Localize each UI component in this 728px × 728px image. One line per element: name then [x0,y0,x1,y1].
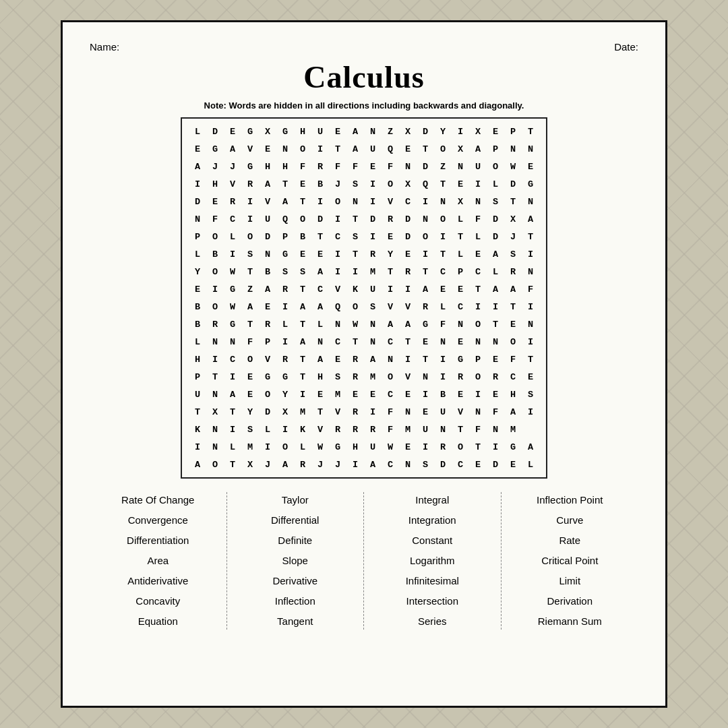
grid-cell: E [382,228,399,245]
grid-cell: T [294,280,311,298]
grid-cell: I [469,298,487,315]
grid-cell: T [504,193,522,210]
grid-cell: N [434,193,452,210]
grid-cell: E [399,438,417,456]
grid-cell: G [276,368,294,386]
grid-cell: M [364,263,382,280]
grid-cell: X [206,403,224,421]
grid-cell: O [346,298,364,315]
grid-cell: E [241,386,259,403]
grid-cell: T [224,403,241,421]
word-item: Integral [415,492,449,508]
grid-cell: G [241,158,259,175]
grid-cell: I [276,298,294,315]
grid-cell: F [434,315,452,333]
grid-cell: I [206,280,224,298]
grid-cell: N [434,421,452,438]
grid-cell: I [469,175,487,193]
grid-cell: I [189,175,206,193]
grid-cell: O [434,140,452,158]
grid-cell: I [364,228,382,245]
grid-cell: I [276,333,294,351]
grid-cell: O [417,228,434,245]
grid-cell: U [364,280,382,298]
grid-cell: A [276,456,294,473]
grid-cell: D [399,228,417,245]
grid-cell: O [294,210,311,228]
note-bold: Note: [204,100,226,111]
grid-cell: I [346,456,364,473]
grid-cell: V [452,403,469,421]
grid-cell: T [294,368,311,386]
grid-cell: L [259,421,276,438]
grid-cell: N [399,456,417,473]
grid-cell: A [522,438,539,456]
grid-cell: L [487,175,504,193]
grid-cell: L [487,263,504,280]
grid-cell: A [311,263,329,280]
grid-cell: V [259,193,276,210]
grid-cell: I [434,228,452,245]
grid-cell: V [329,280,346,298]
grid-cell: A [311,298,329,315]
grid-cell: C [329,333,346,351]
grid-cell: E [294,245,311,263]
grid-cell: S [364,298,382,315]
grid-cell: A [294,298,311,315]
grid-cell: I [522,333,539,351]
word-item: Curve [556,512,583,528]
grid-cell: G [276,123,294,140]
grid-cell [522,421,539,438]
grid-cell: R [241,175,259,193]
grid-cell: C [469,263,487,280]
grid-cell: V [382,298,399,315]
grid-cell: S [294,263,311,280]
name-label: Name: [90,41,119,53]
grid-cell: N [259,245,276,263]
grid-cell: L [224,228,241,245]
grid-cell: H [259,158,276,175]
word-item: Rate Of Change [121,492,194,508]
grid-cell: E [206,193,224,210]
grid-cell: E [452,386,469,403]
grid-cell: P [487,140,504,158]
grid-cell: D [487,228,504,245]
grid-cell: X [469,123,487,140]
grid-cell: F [382,403,399,421]
word-list: Rate Of ChangeConvergenceDifferentiation… [90,492,638,630]
grid-cell: O [382,175,399,193]
grid-cell: F [241,333,259,351]
grid-cell: I [364,193,382,210]
word-item: Series [418,613,447,630]
grid-cell: T [206,368,224,386]
grid-cell: B [259,263,276,280]
word-item: Tangent [277,613,313,630]
grid-cell: F [469,421,487,438]
grid-cell: N [399,158,417,175]
grid-cell: D [417,123,434,140]
grid-cell: N [417,368,434,386]
grid-cell: K [294,421,311,438]
grid-cell: M [294,403,311,421]
grid-cell: V [399,298,417,315]
grid-cell: S [276,263,294,280]
grid-cell: N [364,123,382,140]
grid-cell: T [417,351,434,368]
grid-cell: U [434,403,452,421]
grid-cell: U [364,438,382,456]
grid-cell: U [469,158,487,175]
grid-cell: E [522,368,539,386]
grid-cell: B [189,298,206,315]
grid-cell: G [224,280,241,298]
grid-cell: L [434,298,452,315]
grid-cell: I [329,245,346,263]
grid-cell: K [346,280,364,298]
grid-cell: E [452,280,469,298]
grid-cell: I [329,210,346,228]
grid-cell: C [329,228,346,245]
grid-cell: R [206,315,224,333]
grid-cell: R [364,421,382,438]
grid-cell: I [364,403,382,421]
grid-cell: F [382,421,399,438]
grid-cell: C [452,456,469,473]
